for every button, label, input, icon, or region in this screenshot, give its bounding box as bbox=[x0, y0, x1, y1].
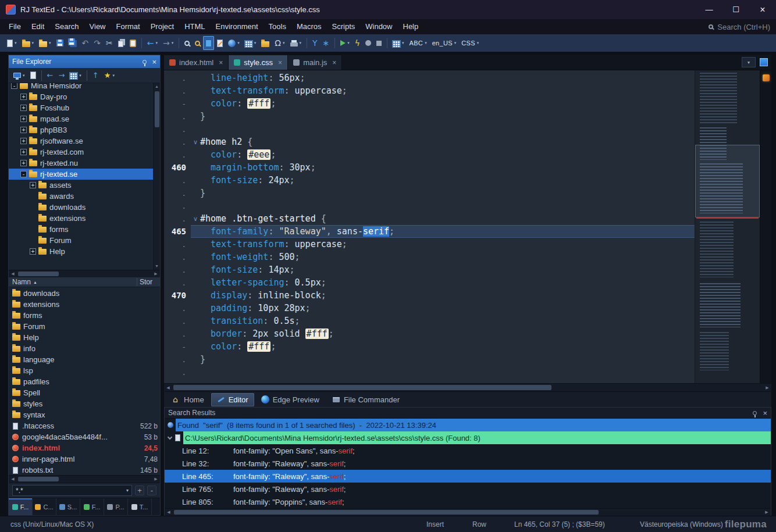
find-button[interactable] bbox=[182, 36, 192, 50]
code-line[interactable]: .} bbox=[164, 353, 695, 366]
tab-list-dropdown[interactable]: ▾ bbox=[742, 57, 756, 67]
status-insert-mode[interactable]: Insert bbox=[426, 520, 444, 529]
file-row[interactable]: inner-page.html7,48 bbox=[9, 454, 160, 465]
file-row[interactable]: forms bbox=[9, 310, 160, 321]
file-row[interactable]: lsp bbox=[9, 365, 160, 376]
view-tab-home[interactable]: Home bbox=[166, 393, 210, 406]
file-row[interactable]: Help bbox=[9, 332, 160, 343]
history-forward-button[interactable]: → bbox=[56, 69, 67, 83]
document-tab-style-css[interactable]: style.css× bbox=[229, 55, 288, 70]
scroll-thumb[interactable] bbox=[18, 272, 59, 276]
file-row[interactable]: downloads bbox=[9, 288, 160, 299]
filter-combobox[interactable]: *.* ▾ bbox=[12, 485, 132, 496]
insert-table-button[interactable]: ▾ bbox=[243, 36, 259, 50]
file-row[interactable]: language bbox=[9, 354, 160, 365]
tree-item[interactable]: awards bbox=[9, 191, 160, 202]
code-line[interactable]: . bbox=[164, 366, 695, 379]
close-button[interactable]: × bbox=[749, 0, 776, 19]
file-row[interactable]: robots.txt145 b bbox=[9, 465, 160, 475]
search-match-row[interactable]: Line 12:font-family: "Open Sans", sans-s… bbox=[165, 444, 771, 457]
panel-tab-file-explorer[interactable]: F... bbox=[9, 498, 33, 515]
expand-plus-icon[interactable]: + bbox=[30, 182, 36, 188]
scroll-left-icon[interactable]: ◀ bbox=[165, 510, 173, 515]
folder-up-button[interactable]: ↑ bbox=[90, 69, 101, 83]
show-results-button[interactable] bbox=[203, 36, 214, 50]
file-row[interactable]: google4daca5bae4484f...53 b bbox=[9, 431, 160, 442]
code-line[interactable]: .line-height: 56px; bbox=[164, 72, 695, 84]
code-line[interactable]: .letter-spacing: 0.5px; bbox=[164, 276, 695, 289]
panel-tab-clips[interactable]: C... bbox=[33, 498, 56, 515]
run-script-button[interactable]: ϟ bbox=[353, 36, 362, 50]
file-row[interactable]: Spell bbox=[9, 387, 160, 398]
tree-item[interactable]: forms bbox=[9, 224, 160, 235]
tree-item[interactable]: +rj-texted.nu bbox=[9, 158, 160, 169]
document-tab-index-html[interactable]: index.html× bbox=[164, 55, 229, 70]
snippets-button[interactable]: ∗ bbox=[321, 36, 332, 50]
scroll-track[interactable] bbox=[17, 270, 152, 277]
navigate-back-button[interactable]: ←▾ bbox=[145, 36, 160, 50]
status-selection-mode[interactable]: Row bbox=[472, 520, 486, 529]
code-line[interactable]: .font-weight: 500; bbox=[164, 251, 695, 263]
quick-search[interactable]: Search (Ctrl+H) bbox=[709, 23, 770, 31]
tree-item[interactable]: downloads bbox=[9, 202, 160, 213]
code-line[interactable]: .∨#home .btn-get-started { bbox=[164, 212, 695, 225]
maximize-button[interactable]: ☐ bbox=[722, 0, 749, 19]
search-match-row[interactable]: Line 805:font-family: "Poppins", sans-se… bbox=[165, 495, 771, 508]
code-line[interactable]: .color: #eee; bbox=[164, 148, 695, 161]
merge-documents-button[interactable]: Y bbox=[310, 36, 320, 50]
find-in-files-button[interactable] bbox=[193, 36, 202, 50]
panel-tab-tools[interactable]: T... bbox=[128, 498, 152, 515]
file-row[interactable]: padfiles bbox=[9, 376, 160, 387]
tree-item[interactable]: -Mina Hemsidor bbox=[9, 83, 160, 91]
add-filter-button[interactable]: + bbox=[135, 485, 144, 495]
preview-browser-button[interactable]: ▾ bbox=[226, 36, 242, 50]
code-line[interactable]: 470display: inline-block; bbox=[164, 289, 695, 302]
code-line[interactable]: 460margin-bottom: 30px; bbox=[164, 161, 695, 174]
scroll-track[interactable] bbox=[173, 509, 763, 516]
menu-file[interactable]: File bbox=[3, 19, 26, 34]
tree-item[interactable]: +Fosshub bbox=[9, 102, 160, 113]
expand-plus-icon[interactable]: + bbox=[20, 116, 27, 122]
tree-vertical-scrollbar[interactable]: ▲ ▼ bbox=[153, 83, 160, 270]
code-line[interactable]: .border: 2px solid #fff; bbox=[164, 327, 695, 340]
menu-help[interactable]: Help bbox=[398, 19, 424, 34]
status-encoding[interactable]: Västeuropeiska (Windows) bbox=[640, 520, 723, 529]
minimap[interactable] bbox=[695, 70, 760, 383]
scroll-thumb[interactable] bbox=[174, 510, 599, 515]
open-in-browser-button[interactable]: ▾ bbox=[37, 36, 54, 50]
file-row[interactable]: extensions bbox=[9, 299, 160, 310]
menu-environment[interactable]: Environment bbox=[211, 19, 264, 34]
column-name[interactable]: Namn ▲ bbox=[9, 278, 137, 286]
code-line[interactable]: .font-size: 14px; bbox=[164, 263, 695, 276]
menu-project[interactable]: Project bbox=[145, 19, 179, 34]
save-button[interactable] bbox=[54, 36, 66, 50]
code-line[interactable]: .font-size: 24px; bbox=[164, 174, 695, 187]
history-back-button[interactable]: ← bbox=[45, 69, 56, 83]
tree-item[interactable]: +rj-texted.com bbox=[9, 147, 160, 158]
syntax-grid-button[interactable]: ▾ bbox=[390, 36, 407, 50]
compare-files-button[interactable] bbox=[215, 36, 225, 50]
code-line[interactable]: .∨#home h2 { bbox=[164, 135, 695, 148]
scroll-left-icon[interactable]: ◀ bbox=[9, 272, 17, 276]
record-macro-button[interactable] bbox=[363, 36, 373, 50]
menu-edit[interactable]: Edit bbox=[26, 19, 49, 34]
window-layout-button[interactable] bbox=[760, 58, 768, 66]
tree-item[interactable]: +Day-pro bbox=[9, 91, 160, 102]
panel-tab-project[interactable]: P... bbox=[104, 498, 128, 515]
close-panel-icon[interactable]: × bbox=[763, 409, 767, 417]
code-line[interactable]: .transition: 0.5s; bbox=[164, 315, 695, 327]
view-mode-button[interactable]: ▾ bbox=[67, 69, 84, 83]
search-match-row[interactable]: Line 465:font-family: "Raleway", sans-se… bbox=[165, 470, 771, 483]
expand-plus-icon[interactable]: + bbox=[20, 105, 27, 111]
publish-button[interactable] bbox=[259, 36, 272, 50]
expand-plus-icon[interactable]: + bbox=[20, 149, 27, 155]
list-horizontal-scrollbar[interactable]: ◀ ▶ bbox=[9, 475, 160, 483]
column-size[interactable]: Stor bbox=[137, 278, 160, 286]
panel-tab-search-panel[interactable]: S... bbox=[56, 498, 80, 515]
scroll-left-icon[interactable]: ◀ bbox=[164, 385, 172, 390]
search-file-row[interactable]: C:\Users\Rickard\Documents\Mina Hemsidor… bbox=[165, 431, 771, 444]
expand-plus-icon[interactable]: + bbox=[20, 160, 27, 166]
fold-arrow-icon[interactable]: ∨ bbox=[191, 215, 200, 223]
editor-horizontal-scrollbar[interactable]: ◀ ▶ bbox=[164, 383, 771, 391]
scroll-thumb[interactable] bbox=[18, 477, 59, 481]
